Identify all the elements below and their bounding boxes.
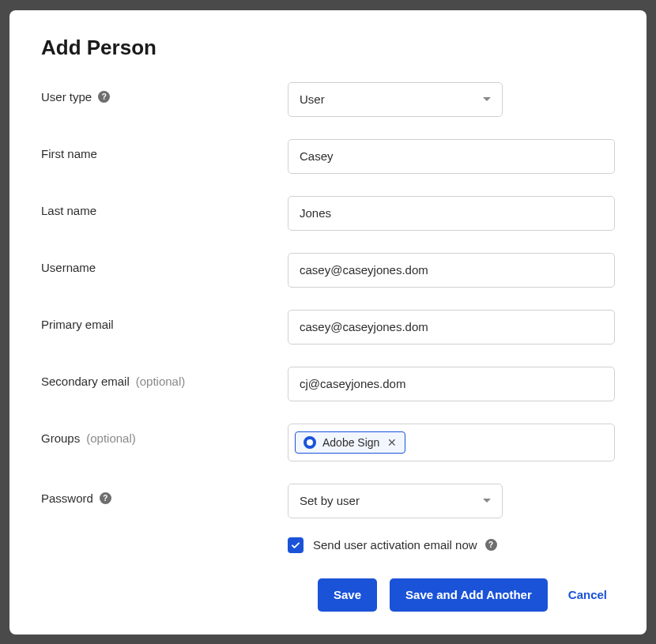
label-groups: Groups (optional) [41, 424, 288, 445]
row-username: Username [41, 253, 615, 288]
save-button[interactable]: Save [318, 578, 377, 612]
row-activation-email: Send user activation email now ? [288, 537, 615, 553]
label-username-text: Username [41, 261, 96, 274]
label-last-name: Last name [41, 196, 288, 217]
activation-email-label-text: Send user activation email now [313, 538, 477, 552]
secondary-email-input[interactable] [288, 367, 615, 401]
label-groups-text: Groups [41, 431, 80, 445]
label-username: Username [41, 253, 288, 274]
label-primary-email-text: Primary email [41, 318, 114, 331]
label-user-type: User type ? [41, 82, 288, 104]
label-first-name-text: First name [41, 147, 97, 160]
help-icon[interactable]: ? [98, 91, 110, 103]
label-user-type-text: User type [41, 90, 92, 104]
chevron-down-icon [483, 499, 491, 503]
user-type-select[interactable]: User [288, 82, 503, 117]
help-icon[interactable]: ? [485, 539, 497, 551]
last-name-input[interactable] [288, 196, 615, 231]
group-chip[interactable]: Adobe Sign ✕ [295, 431, 405, 454]
help-icon[interactable]: ? [100, 492, 111, 504]
check-icon [290, 540, 301, 551]
cancel-button[interactable]: Cancel [560, 578, 615, 612]
row-user-type: User type ? User [41, 82, 615, 117]
modal-title: Add Person [41, 36, 615, 60]
control-first-name [288, 139, 615, 174]
label-secondary-email-text: Secondary email [41, 375, 130, 388]
row-first-name: First name [41, 139, 615, 174]
password-select[interactable]: Set by user [288, 484, 503, 518]
save-add-another-button[interactable]: Save and Add Another [390, 578, 548, 612]
control-groups: Adobe Sign ✕ [288, 424, 615, 461]
activation-email-checkbox[interactable] [288, 537, 303, 553]
user-type-select-value: User [300, 92, 325, 106]
add-person-modal: Add Person User type ? User First name L… [9, 10, 647, 635]
group-chip-label: Adobe Sign [322, 436, 379, 449]
modal-actions: Save Save and Add Another Cancel [41, 578, 615, 612]
control-password: Set by user [288, 484, 615, 518]
first-name-input[interactable] [288, 139, 615, 174]
control-user-type: User [288, 82, 615, 117]
label-first-name: First name [41, 139, 288, 160]
activation-email-label: Send user activation email now ? [313, 538, 497, 552]
label-secondary-email: Secondary email (optional) [41, 367, 288, 388]
row-primary-email: Primary email [41, 310, 615, 345]
control-secondary-email [288, 367, 615, 401]
chevron-down-icon [483, 97, 491, 101]
primary-email-input[interactable] [288, 310, 615, 345]
optional-hint: (optional) [136, 375, 186, 388]
label-password: Password ? [41, 484, 288, 505]
groups-input[interactable]: Adobe Sign ✕ [288, 424, 615, 461]
row-last-name: Last name [41, 196, 615, 231]
label-password-text: Password [41, 491, 93, 505]
control-last-name [288, 196, 615, 231]
label-primary-email: Primary email [41, 310, 288, 331]
label-last-name-text: Last name [41, 204, 96, 217]
control-username [288, 253, 615, 288]
row-password: Password ? Set by user [41, 484, 615, 518]
close-icon[interactable]: ✕ [386, 437, 397, 448]
optional-hint: (optional) [86, 431, 136, 445]
control-primary-email [288, 310, 615, 345]
circle-icon [303, 436, 316, 449]
password-select-value: Set by user [300, 494, 360, 507]
row-secondary-email: Secondary email (optional) [41, 367, 615, 401]
row-groups: Groups (optional) Adobe Sign ✕ [41, 424, 615, 461]
username-input[interactable] [288, 253, 615, 288]
